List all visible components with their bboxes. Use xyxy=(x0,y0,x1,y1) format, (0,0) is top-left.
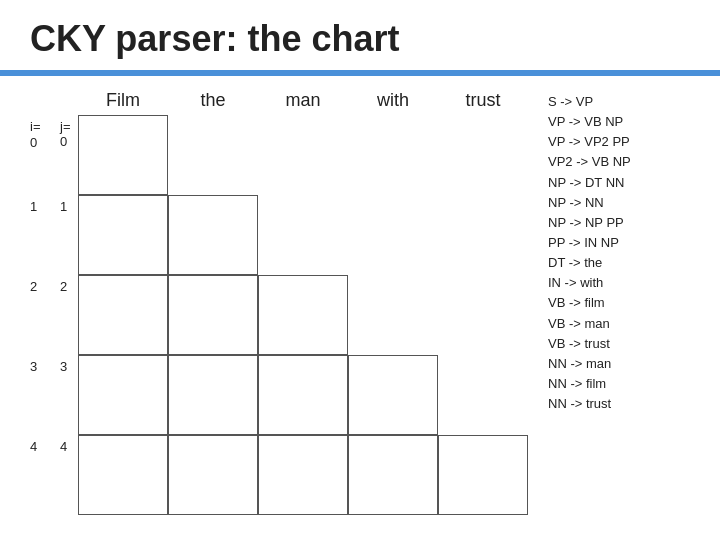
grid-row-0 xyxy=(78,115,528,195)
cell-2-0 xyxy=(78,275,168,355)
rows-container: i=0 j= 0 1 1 xyxy=(30,115,528,515)
cell-0-2-empty xyxy=(258,115,348,195)
row-i0: i=0 j= 0 xyxy=(30,115,528,195)
i-label-4: 4 xyxy=(30,435,60,515)
grid-row-4 xyxy=(78,435,528,515)
cell-4-4 xyxy=(438,435,528,515)
cell-3-3 xyxy=(348,355,438,435)
page: CKY parser: the chart Film the man with … xyxy=(0,0,720,540)
j-label-4: 4 xyxy=(60,435,78,515)
i-label-1: 1 xyxy=(30,195,60,275)
cell-2-1 xyxy=(168,275,258,355)
row-i4: 4 4 xyxy=(30,435,528,515)
column-headers: Film the man with trust xyxy=(78,86,528,115)
cell-3-1 xyxy=(168,355,258,435)
grid-area: i=0 j= 0 1 1 xyxy=(30,115,528,515)
row-i3: 3 3 xyxy=(30,355,528,435)
cell-0-4-empty xyxy=(438,115,528,195)
cell-1-4-empty xyxy=(438,195,528,275)
col-header-with: with xyxy=(348,86,438,115)
grid-row-1 xyxy=(78,195,528,275)
cell-4-2 xyxy=(258,435,348,515)
rule-15: NN -> film xyxy=(548,374,704,394)
row-i2: 2 2 xyxy=(30,275,528,355)
rule-7: NP -> NP PP xyxy=(548,213,704,233)
row-i1: 1 1 xyxy=(30,195,528,275)
cell-0-3-empty xyxy=(348,115,438,195)
cell-3-4-empty xyxy=(438,355,528,435)
rule-2: VP -> VB NP xyxy=(548,112,704,132)
chart-section: Film the man with trust i=0 j= 0 xyxy=(0,76,538,540)
cell-4-0 xyxy=(78,435,168,515)
i-label-0: i=0 xyxy=(30,115,60,195)
col-header-man: man xyxy=(258,86,348,115)
rule-10: IN -> with xyxy=(548,273,704,293)
rule-11: VB -> film xyxy=(548,293,704,313)
rule-8: PP -> IN NP xyxy=(548,233,704,253)
col-header-trust: trust xyxy=(438,86,528,115)
title-area: CKY parser: the chart xyxy=(0,0,720,70)
cell-2-4-empty xyxy=(438,275,528,355)
rule-14: NN -> man xyxy=(548,354,704,374)
rule-3: VP -> VP2 PP xyxy=(548,132,704,152)
cell-0-0 xyxy=(78,115,168,195)
i-label-3: 3 xyxy=(30,355,60,435)
j-label-0: j= 0 xyxy=(60,115,78,195)
i-label-2: 2 xyxy=(30,275,60,355)
cell-1-2-empty xyxy=(258,195,348,275)
col-header-the: the xyxy=(168,86,258,115)
rule-5: NP -> DT NN xyxy=(548,173,704,193)
rule-4: VP2 -> VB NP xyxy=(548,152,704,172)
cell-1-0 xyxy=(78,195,168,275)
content-area: Film the man with trust i=0 j= 0 xyxy=(0,76,720,540)
cell-2-2 xyxy=(258,275,348,355)
cell-4-1 xyxy=(168,435,258,515)
page-title: CKY parser: the chart xyxy=(30,18,690,60)
cell-4-3 xyxy=(348,435,438,515)
rule-16: NN -> trust xyxy=(548,394,704,414)
grammar-rules-section: S -> VP VP -> VB NP VP -> VP2 PP VP2 -> … xyxy=(538,76,720,540)
cell-3-0 xyxy=(78,355,168,435)
rule-12: VB -> man xyxy=(548,314,704,334)
rule-1: S -> VP xyxy=(548,92,704,112)
rule-9: DT -> the xyxy=(548,253,704,273)
cell-0-1-empty xyxy=(168,115,258,195)
grid-row-2 xyxy=(78,275,528,355)
j-label-2: 2 xyxy=(60,275,78,355)
rule-6: NP -> NN xyxy=(548,193,704,213)
rule-13: VB -> trust xyxy=(548,334,704,354)
col-header-film: Film xyxy=(78,86,168,115)
cell-1-3-empty xyxy=(348,195,438,275)
j-label-1: 1 xyxy=(60,195,78,275)
cell-3-2 xyxy=(258,355,348,435)
j-label-3: 3 xyxy=(60,355,78,435)
cell-1-1 xyxy=(168,195,258,275)
grid-row-3 xyxy=(78,355,528,435)
cell-2-3-empty xyxy=(348,275,438,355)
